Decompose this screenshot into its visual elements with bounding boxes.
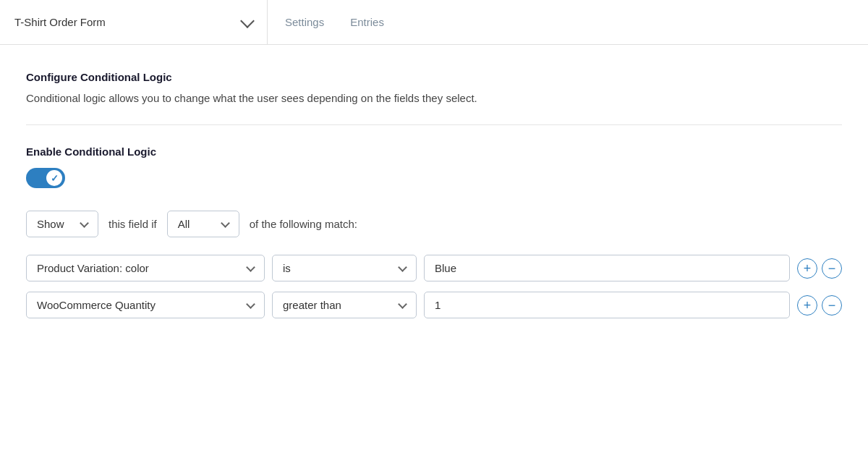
enable-label: Enable Conditional Logic [26, 145, 842, 158]
toggle-check-icon: ✓ [51, 173, 59, 184]
show-select-label: Show [37, 218, 64, 230]
condition-1-remove-button[interactable]: − [822, 258, 842, 279]
of-following-label: of the following match: [250, 218, 357, 230]
plus-icon-2: + [804, 299, 812, 312]
all-select-label: All [178, 218, 190, 230]
condition-1-field-chevron-icon [246, 263, 255, 272]
all-select[interactable]: All [167, 211, 239, 237]
condition-1-value-input[interactable] [424, 255, 790, 281]
condition-2-operator-label: greater than [283, 299, 341, 311]
condition-1-operator-label: is [283, 262, 291, 274]
divider [26, 124, 842, 125]
condition-2-field-chevron-icon [246, 300, 255, 309]
configure-section: Configure Conditional Logic Conditional … [26, 71, 842, 104]
form-selector-chevron-icon [240, 14, 255, 28]
minus-icon: − [828, 262, 836, 275]
condition-2-remove-button[interactable]: − [822, 295, 842, 315]
condition-1-actions: + − [797, 258, 842, 279]
conditional-logic-toggle[interactable]: ✓ [26, 168, 65, 188]
toggle-container[interactable]: ✓ [26, 168, 65, 188]
condition-2-field-select[interactable]: WooCommerce Quantity [26, 292, 265, 318]
condition-row-2: WooCommerce Quantity greater than + − [26, 292, 842, 318]
all-select-chevron-icon [221, 219, 230, 228]
show-select-chevron-icon [80, 219, 89, 228]
condition-1-field-label: Product Variation: color [37, 262, 149, 274]
minus-icon-2: − [828, 299, 836, 312]
condition-1-field-select[interactable]: Product Variation: color [26, 255, 265, 281]
condition-2-actions: + − [797, 295, 842, 315]
nav-tabs: Settings Entries [268, 0, 401, 44]
enable-section: Enable Conditional Logic ✓ [26, 145, 842, 190]
condition-2-operator-select[interactable]: greater than [272, 292, 417, 318]
condition-1-add-button[interactable]: + [797, 258, 817, 279]
tab-entries[interactable]: Entries [350, 0, 384, 44]
configure-title: Configure Conditional Logic [26, 71, 842, 83]
this-field-if-label: this field if [109, 218, 157, 230]
condition-2-value-input[interactable] [424, 292, 790, 318]
plus-icon: + [804, 262, 812, 275]
header: T-Shirt Order Form Settings Entries [0, 0, 868, 45]
condition-row-1: Product Variation: color is + − [26, 255, 842, 281]
form-selector-label: T-Shirt Order Form [14, 16, 106, 28]
form-selector[interactable]: T-Shirt Order Form [0, 0, 268, 44]
toggle-knob: ✓ [46, 170, 62, 186]
logic-row: Show this field if All of the following … [26, 211, 842, 237]
condition-2-field-label: WooCommerce Quantity [37, 299, 156, 311]
tab-settings[interactable]: Settings [285, 0, 324, 44]
condition-1-operator-select[interactable]: is [272, 255, 417, 281]
main-content: Configure Conditional Logic Conditional … [0, 45, 868, 355]
condition-2-add-button[interactable]: + [797, 295, 817, 315]
configure-description: Conditional logic allows you to change w… [26, 92, 842, 104]
condition-1-operator-chevron-icon [398, 263, 407, 272]
show-select[interactable]: Show [26, 211, 98, 237]
condition-2-operator-chevron-icon [398, 300, 407, 309]
